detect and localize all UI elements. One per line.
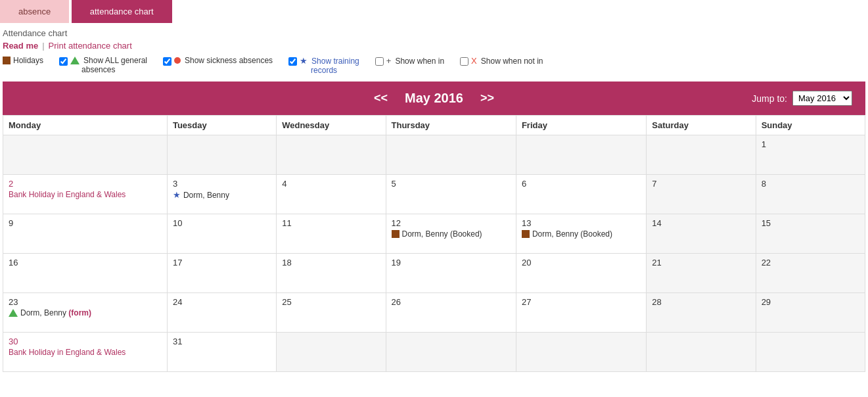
day-number: 16 [9, 258, 162, 268]
separator: | [42, 41, 44, 51]
jump-to-select[interactable]: April 2016 May 2016 June 2016 [792, 91, 852, 106]
links-row: Read me | Print attendance chart [3, 41, 865, 51]
day-number: 19 [392, 258, 511, 268]
calendar-cell: 15 [756, 214, 865, 254]
day-number: 4 [282, 179, 380, 189]
day-number: 17 [173, 258, 271, 268]
star-icon: ★ [173, 190, 181, 200]
bank-holiday-label: Bank Holiday in England & Wales [9, 190, 162, 199]
day-number: 13 [522, 218, 641, 228]
brown-square-icon [522, 230, 530, 238]
day-number: 21 [652, 258, 750, 268]
filter-sickness-checkbox[interactable] [163, 57, 171, 66]
tab-absence[interactable]: absence [0, 0, 69, 23]
next-month-button[interactable]: >> [474, 91, 501, 105]
day-number: 3 [173, 179, 271, 189]
filter-sickness: Show sickness absences [163, 56, 273, 66]
col-saturday: Saturday [647, 116, 756, 135]
day-number: 20 [522, 258, 641, 268]
calendar-cell [167, 135, 276, 175]
calendar-header-row: Monday Tuesday Wednesday Thursday Friday… [3, 116, 865, 135]
calendar-cell: 16 [3, 254, 168, 293]
calendar-cell: 2Bank Holiday in England & Wales [3, 175, 168, 214]
calendar-cell [277, 135, 386, 175]
form-link[interactable]: (form) [66, 308, 91, 317]
calendar-cell: 4 [277, 175, 386, 214]
calendar-cell: 10 [167, 214, 276, 254]
calendar-cell: 8 [756, 175, 865, 214]
calendar-cell: 1 [756, 135, 865, 175]
filter-when-in-label: Show when in [395, 57, 444, 66]
event-name: Dorm, Benny (form) [20, 308, 91, 317]
calendar-cell: 21 [647, 254, 756, 293]
filter-training: ★ Show training records [288, 56, 359, 75]
calendar-cell: 22 [756, 254, 865, 293]
event-row: Dorm, Benny (Booked) [392, 229, 511, 239]
filter-when-in-checkbox[interactable] [375, 57, 384, 66]
calendar-week-row: 23Dorm, Benny (form)242526272829 [3, 293, 865, 333]
event-row: Dorm, Benny (Booked) [522, 229, 641, 239]
event-row: Dorm, Benny (form) [9, 308, 162, 317]
top-tabs: absence attendance chart [0, 0, 868, 23]
calendar-container: << May 2016 >> Jump to: April 2016 May 2… [3, 82, 865, 372]
calendar-cell: 7 [647, 175, 756, 214]
calendar-week-row: 2Bank Holiday in England & Wales3★Dorm, … [3, 175, 865, 214]
calendar-cell: 27 [516, 293, 646, 333]
x-icon: X [471, 56, 477, 66]
bank-holiday-label: Bank Holiday in England & Wales [9, 348, 162, 357]
filter-training-checkbox[interactable] [288, 57, 297, 66]
calendar-cell: 30Bank Holiday in England & Wales [3, 333, 168, 372]
calendar-cell: 19 [386, 254, 516, 293]
filter-holidays: Holidays [3, 56, 43, 65]
calendar-table: Monday Tuesday Wednesday Thursday Friday… [3, 115, 865, 372]
calendar-cell: 12Dorm, Benny (Booked) [386, 214, 516, 254]
calendar-cell: 3★Dorm, Benny [167, 175, 276, 214]
calendar-cell: 24 [167, 293, 276, 333]
calendar-cell: 29 [756, 293, 865, 333]
day-number: 1 [762, 139, 859, 149]
day-number: 2 [9, 179, 162, 189]
calendar-cell: 6 [516, 175, 646, 214]
filter-general-absences-checkbox[interactable] [59, 57, 68, 66]
holiday-box-icon [3, 57, 11, 64]
event-row: ★Dorm, Benny [173, 190, 271, 200]
filter-training-label1: Show training [311, 57, 359, 66]
filter-general-absences: Show ALL general absences [59, 56, 147, 74]
col-wednesday: Wednesday [277, 116, 386, 135]
day-number: 9 [9, 218, 162, 228]
col-sunday: Sunday [756, 116, 865, 135]
event-name: Dorm, Benny (Booked) [532, 229, 612, 239]
calendar-cell: 14 [647, 214, 756, 254]
calendar-cell [277, 333, 386, 372]
calendar-cell: 20 [516, 254, 646, 293]
calendar-cell: 5 [386, 175, 516, 214]
calendar-cell [386, 135, 516, 175]
holidays-label: Holidays [13, 56, 43, 65]
col-tuesday: Tuesday [167, 116, 276, 135]
calendar-cell: 26 [386, 293, 516, 333]
calendar-cell [756, 333, 865, 372]
filter-when-not-in: X Show when not in [460, 56, 543, 66]
day-number: 5 [392, 179, 511, 189]
triangle-green-icon [70, 57, 80, 64]
brown-square-icon [392, 230, 400, 238]
read-me-link[interactable]: Read me [3, 41, 38, 51]
calendar-cell: 11 [277, 214, 386, 254]
calendar-cell: 13Dorm, Benny (Booked) [516, 214, 646, 254]
calendar-cell: 31 [167, 333, 276, 372]
calendar-cell [647, 135, 756, 175]
day-number: 12 [392, 218, 511, 228]
calendar-week-row: 9101112Dorm, Benny (Booked)13Dorm, Benny… [3, 214, 865, 254]
breadcrumb: Attendance chart [3, 28, 865, 38]
tab-attendance[interactable]: attendance chart [72, 0, 172, 23]
print-link[interactable]: Print attendance chart [49, 41, 132, 51]
calendar-cell: 18 [277, 254, 386, 293]
jump-to-area: Jump to: April 2016 May 2016 June 2016 [752, 91, 852, 106]
filter-when-not-in-checkbox[interactable] [460, 57, 468, 66]
day-number: 8 [762, 179, 859, 189]
filter-when-not-in-label: Show when not in [481, 57, 543, 66]
prev-month-button[interactable]: << [367, 91, 394, 105]
day-number: 27 [522, 297, 641, 307]
filter-when-in: + Show when in [375, 56, 444, 66]
filter-general-label2: absences [70, 65, 115, 74]
